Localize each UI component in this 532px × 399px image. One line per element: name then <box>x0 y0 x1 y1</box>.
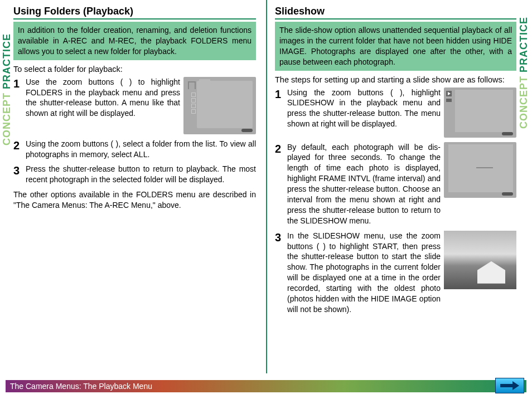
left-column: CONCEPT PRACTICE Using Folders (Playback… <box>0 0 266 373</box>
step-text: Using the zoom buttons ( ), select a fol… <box>26 139 256 160</box>
practice-label: PRACTICE <box>1 33 12 89</box>
slideshow-menu-screenshot <box>444 87 516 138</box>
practice-label: PRACTICE <box>518 17 529 72</box>
heading-right: Slideshow <box>275 6 516 20</box>
concept-label: CONCEPT <box>1 93 12 145</box>
step-r3: 3 In the SLIDESHOW menu, use the zoom bu… <box>275 231 516 315</box>
folders-menu-screenshot <box>183 77 256 134</box>
footer-bar: The Camera Menus: The Playback Menu - 39… <box>6 380 526 392</box>
step-l2: 2 Using the zoom buttons ( ), select a f… <box>13 139 256 160</box>
step-text: Press the shutter-release button to retu… <box>26 164 256 185</box>
lead-right: The steps for setting up and starting a … <box>275 75 516 84</box>
sample-photo <box>444 231 516 289</box>
arrow-right-icon <box>500 381 519 390</box>
step-num: 2 <box>13 139 26 151</box>
step-text: Use the zoom buttons ( ) to highlight FO… <box>26 77 180 119</box>
frame-interval-screenshot <box>444 142 516 198</box>
lead-left: To select a folder for playback: <box>13 65 256 74</box>
right-column: CONCEPT PRACTICE Slideshow The slide-sho… <box>266 0 532 373</box>
tail-para: The other options available in the FOLDE… <box>13 189 256 211</box>
intro-right: The slide-show option allows unattended … <box>275 22 516 71</box>
step-text: Using the zoom buttons ( ), highlight SL… <box>287 87 441 130</box>
step-num: 1 <box>13 77 26 89</box>
step-num: 3 <box>13 164 26 176</box>
step-text: In the SLIDESHOW menu, use the zoom butt… <box>287 231 441 315</box>
next-page-button[interactable] <box>495 378 524 393</box>
side-label-left: CONCEPT PRACTICE <box>1 33 13 145</box>
heading-left: Using Folders (Playback) <box>13 6 256 20</box>
footer-title: The Camera Menus: The Playback Menu <box>10 382 504 391</box>
step-r2: 2 By default, each photograph will be di… <box>275 142 516 226</box>
intro-left: In addition to the folder creation, rena… <box>13 22 256 60</box>
step-r1: 1 Using the zoom buttons ( ), highlight … <box>275 87 516 138</box>
step-text: By default, each photograph will be dis­… <box>287 142 441 226</box>
step-num: 1 <box>275 87 287 100</box>
concept-label: CONCEPT <box>518 76 529 129</box>
step-l1: 1 Use the zoom buttons ( ) to highlight … <box>13 77 256 134</box>
step-num: 3 <box>275 231 287 243</box>
step-l3: 3 Press the shutter-release button to re… <box>13 164 256 185</box>
side-label-right: CONCEPT PRACTICE <box>518 17 530 129</box>
step-num: 2 <box>275 142 287 154</box>
page-content: CONCEPT PRACTICE Using Folders (Playback… <box>0 0 532 373</box>
